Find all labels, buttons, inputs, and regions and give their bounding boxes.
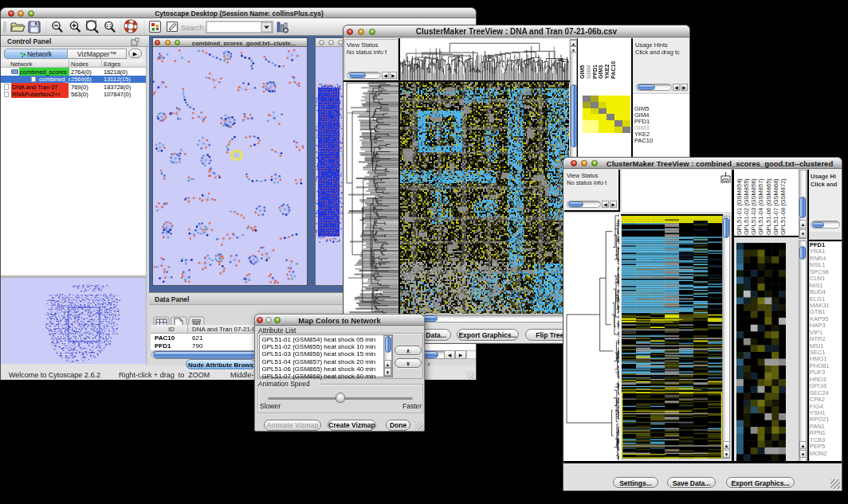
svg-text:1:1: 1:1: [106, 23, 112, 28]
svg-text:Search:: Search:: [181, 24, 206, 32]
